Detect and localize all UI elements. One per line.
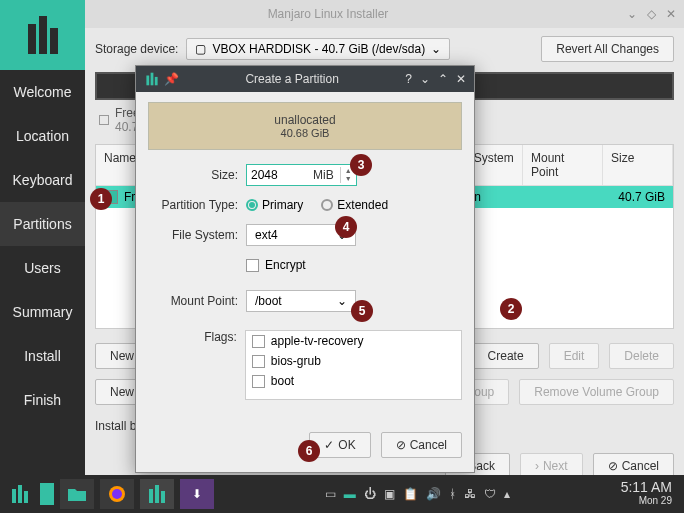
th-mp[interactable]: Mount Point bbox=[523, 145, 603, 185]
sidebar-item-location[interactable]: Location bbox=[0, 114, 85, 158]
unallocated-block: unallocated 40.68 GiB bbox=[148, 102, 462, 150]
ptype-label: Partition Type: bbox=[148, 198, 238, 212]
tray-chevron-icon[interactable]: ▴ bbox=[504, 487, 510, 501]
window-titlebar: 📌 Manjaro Linux Installer ⌄ ◇ ✕ bbox=[0, 0, 684, 28]
tray-rect-icon[interactable]: ▭ bbox=[325, 487, 336, 501]
dialog-title: Create a Partition bbox=[179, 72, 405, 86]
marker-6: 6 bbox=[298, 440, 320, 462]
storage-device-select[interactable]: ▢ VBOX HARDDISK - 40.7 GiB (/dev/sda) ⌄ bbox=[186, 38, 450, 60]
legend-swatch bbox=[99, 115, 109, 125]
tray-shield-icon[interactable]: 🛡 bbox=[484, 487, 496, 501]
dialog-logo-icon bbox=[144, 70, 160, 88]
close-icon[interactable]: ✕ bbox=[666, 7, 676, 21]
chevron-right-icon: › bbox=[535, 459, 539, 473]
th-size[interactable]: Size bbox=[603, 145, 673, 185]
taskbar: ⬇ ▭ ▬ ⏻ ▣ 📋 🔊 ᚼ 🖧 🛡 ▴ 5:11 AM Mon 29 bbox=[0, 475, 684, 513]
sidebar: Welcome Location Keyboard Partitions Use… bbox=[0, 0, 85, 475]
remove-vg-button: Remove Volume Group bbox=[519, 379, 674, 405]
maximize-icon[interactable]: ◇ bbox=[647, 7, 656, 21]
clock-time: 5:11 AM bbox=[621, 481, 672, 494]
tray-folder-icon[interactable]: ▬ bbox=[344, 487, 356, 501]
cancel-icon: ⊘ bbox=[608, 459, 618, 473]
mp-label: Mount Point: bbox=[148, 294, 238, 308]
svg-point-1 bbox=[112, 489, 122, 499]
show-desktop-icon[interactable] bbox=[40, 483, 54, 505]
tray-clipboard-icon[interactable]: 📋 bbox=[403, 487, 418, 501]
file-manager-icon[interactable] bbox=[60, 479, 94, 509]
tray-bluetooth-icon[interactable]: ᚼ bbox=[449, 487, 456, 501]
pin-icon[interactable]: 📌 bbox=[164, 72, 179, 86]
edit-button: Edit bbox=[549, 343, 600, 369]
unalloc-label: unallocated bbox=[149, 113, 461, 127]
marker-4: 4 bbox=[335, 216, 357, 238]
manjaro-logo bbox=[0, 0, 85, 70]
radio-extended[interactable]: Extended bbox=[321, 198, 388, 212]
firefox-icon[interactable] bbox=[100, 479, 134, 509]
sidebar-item-keyboard[interactable]: Keyboard bbox=[0, 158, 85, 202]
minimize-icon[interactable]: ⌄ bbox=[627, 7, 637, 21]
sidebar-item-welcome[interactable]: Welcome bbox=[0, 70, 85, 114]
sidebar-item-finish[interactable]: Finish bbox=[0, 378, 85, 422]
create-partition-dialog: 📌 Create a Partition ? ⌄ ⌃ ✕ unallocated… bbox=[135, 65, 475, 473]
size-spinner[interactable]: MiB ▲▼ bbox=[246, 164, 357, 186]
sidebar-item-summary[interactable]: Summary bbox=[0, 290, 85, 334]
marker-3: 3 bbox=[350, 154, 372, 176]
window-title: Manjaro Linux Installer bbox=[29, 7, 627, 21]
tray-network-icon[interactable]: 🖧 bbox=[464, 487, 476, 501]
maximize-icon[interactable]: ⌃ bbox=[438, 72, 448, 86]
chevron-down-icon: ⌄ bbox=[431, 42, 441, 56]
create-button[interactable]: Create bbox=[473, 343, 539, 369]
tray-volume-icon[interactable]: 🔊 bbox=[426, 487, 441, 501]
cancel-icon: ⊘ bbox=[396, 438, 406, 452]
taskbar-clock[interactable]: 5:11 AM Mon 29 bbox=[621, 481, 678, 507]
delete-button: Delete bbox=[609, 343, 674, 369]
marker-5: 5 bbox=[351, 300, 373, 322]
check-icon: ✓ bbox=[324, 438, 334, 452]
help-icon[interactable]: ? bbox=[405, 72, 412, 86]
row-size: 40.7 GiB bbox=[605, 190, 665, 204]
radio-primary[interactable]: Primary bbox=[246, 198, 303, 212]
mp-combo[interactable]: /boot⌄ bbox=[246, 290, 356, 312]
unalloc-size: 40.68 GiB bbox=[149, 127, 461, 139]
size-unit: MiB bbox=[307, 168, 340, 182]
download-task-icon[interactable]: ⬇ bbox=[180, 479, 214, 509]
sidebar-item-partitions[interactable]: Partitions bbox=[0, 202, 85, 246]
minimize-icon[interactable]: ⌄ bbox=[420, 72, 430, 86]
storage-value: VBOX HARDDISK - 40.7 GiB (/dev/sda) bbox=[212, 42, 425, 56]
chevron-down-icon: ⌄ bbox=[337, 294, 347, 308]
flag-item[interactable]: apple-tv-recovery bbox=[246, 331, 461, 351]
marker-2: 2 bbox=[500, 298, 522, 320]
sidebar-item-users[interactable]: Users bbox=[0, 246, 85, 290]
size-label: Size: bbox=[148, 168, 238, 182]
dialog-cancel-button[interactable]: ⊘Cancel bbox=[381, 432, 462, 458]
flag-item[interactable]: bios-grub bbox=[246, 351, 461, 371]
installer-task-icon[interactable] bbox=[140, 479, 174, 509]
tray-power-icon[interactable]: ⏻ bbox=[364, 487, 376, 501]
dialog-titlebar: 📌 Create a Partition ? ⌄ ⌃ ✕ bbox=[136, 66, 474, 92]
revert-button[interactable]: Revert All Changes bbox=[541, 36, 674, 62]
tray-monitor-icon[interactable]: ▣ bbox=[384, 487, 395, 501]
sidebar-item-install[interactable]: Install bbox=[0, 334, 85, 378]
flag-item[interactable]: boot bbox=[246, 371, 461, 391]
spin-down-icon[interactable]: ▼ bbox=[341, 175, 356, 183]
clock-date: Mon 29 bbox=[621, 494, 672, 507]
flags-list[interactable]: apple-tv-recovery bios-grub boot bbox=[245, 330, 462, 400]
hdd-icon: ▢ bbox=[195, 42, 206, 56]
storage-label: Storage device: bbox=[95, 42, 178, 56]
close-icon[interactable]: ✕ bbox=[456, 72, 466, 86]
start-menu-icon[interactable] bbox=[6, 480, 34, 508]
size-input[interactable] bbox=[247, 165, 307, 185]
fs-label: File System: bbox=[148, 228, 238, 242]
flags-label: Flags: bbox=[148, 330, 237, 344]
encrypt-checkbox[interactable]: Encrypt bbox=[246, 258, 306, 272]
marker-1: 1 bbox=[90, 188, 112, 210]
